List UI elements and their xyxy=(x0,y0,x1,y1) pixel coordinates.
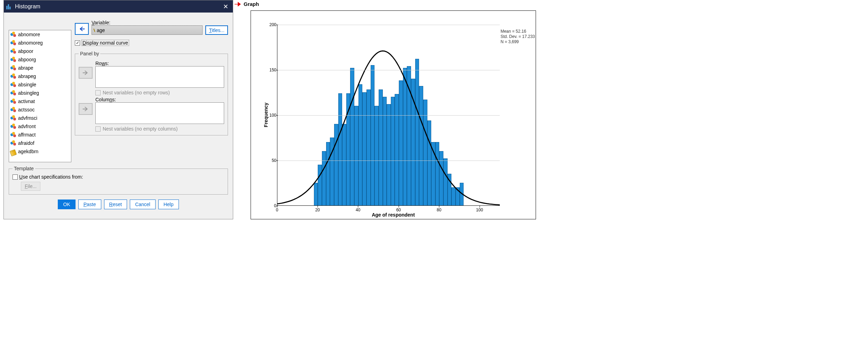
close-icon[interactable]: ✕ xyxy=(218,0,233,13)
x-tick: 80 xyxy=(437,208,441,212)
display-normal-checkbox[interactable] xyxy=(75,40,80,46)
dialog-title: Histogram xyxy=(15,3,40,10)
x-tick: 60 xyxy=(396,208,401,212)
variable-list[interactable]: abnomoreabnomoregabpoorabpoorgabrapeabra… xyxy=(9,30,71,162)
histogram-chart: Mean = 52.16 Std. Dev. = 17.233 N = 3,69… xyxy=(251,10,536,219)
cols-label: Columns: xyxy=(95,97,224,102)
svg-rect-2 xyxy=(9,7,10,9)
panel-by-legend: Panel by xyxy=(79,51,100,56)
nominal-icon xyxy=(10,40,16,46)
list-item[interactable]: afraidof xyxy=(9,139,71,147)
list-item[interactable]: abnomore xyxy=(9,30,71,39)
x-tick: 40 xyxy=(356,208,360,212)
y-tick: 200 xyxy=(269,22,276,27)
list-item[interactable]: absingleg xyxy=(9,89,71,97)
histogram-dialog: Histogram ✕ abnomoreabnomoregabpoorabpoo… xyxy=(3,0,233,219)
variable-label: Variable: xyxy=(92,20,203,25)
stat-n: N = 3,699 xyxy=(500,39,535,45)
nest-rows-label: Nest variables (no empty rows) xyxy=(103,90,170,95)
scale-icon xyxy=(10,149,17,157)
list-item[interactable]: abnomoreg xyxy=(9,39,71,47)
use-chart-spec-checkbox[interactable] xyxy=(13,174,18,180)
list-item[interactable]: abrape xyxy=(9,64,71,72)
variable-field[interactable]: age xyxy=(92,25,203,35)
list-item[interactable]: agekdbrn xyxy=(9,147,71,156)
normal-curve xyxy=(277,51,500,205)
template-fieldset: Template Use chart specifications from: … xyxy=(9,166,228,195)
list-item[interactable]: absingle xyxy=(9,80,71,89)
template-legend: Template xyxy=(13,166,35,171)
graph-label: Graph xyxy=(244,1,259,7)
nominal-icon xyxy=(10,82,16,87)
cols-field[interactable] xyxy=(95,102,224,124)
nominal-icon xyxy=(10,115,16,121)
x-tick: 100 xyxy=(476,208,483,212)
nominal-icon xyxy=(10,140,16,146)
graph-annotation: Graph xyxy=(235,1,259,7)
nominal-icon xyxy=(10,107,16,112)
x-tick: 20 xyxy=(315,208,320,212)
x-tick: 0 xyxy=(276,208,278,212)
svg-rect-1 xyxy=(8,4,9,9)
panel-by-fieldset: Panel by Rows: Nest variables (no empty … xyxy=(75,51,228,135)
stat-mean: Mean = 52.16 xyxy=(500,29,535,34)
move-variable-button[interactable] xyxy=(75,23,89,35)
nest-cols-label: Nest variables (no empty columns) xyxy=(103,126,178,132)
move-cols-button xyxy=(79,103,93,115)
x-axis-label: Age of respondent xyxy=(372,212,415,218)
nominal-icon xyxy=(10,90,16,96)
variable-value: age xyxy=(97,28,105,33)
reset-button[interactable]: Reset xyxy=(104,200,127,209)
list-item[interactable]: actssoc xyxy=(9,105,71,114)
list-item[interactable]: abpoor xyxy=(9,47,71,55)
list-item[interactable]: affrmact xyxy=(9,131,71,139)
nominal-icon xyxy=(10,57,16,62)
nominal-icon xyxy=(10,48,16,54)
y-tick: 100 xyxy=(269,113,276,118)
nominal-icon xyxy=(10,132,16,138)
list-item[interactable]: abpoorg xyxy=(9,55,71,64)
rows-field[interactable] xyxy=(95,66,224,88)
app-icon xyxy=(6,3,12,10)
scale-icon xyxy=(93,28,95,32)
nest-cols-checkbox xyxy=(95,126,101,132)
y-axis-label: Frequency xyxy=(263,103,269,127)
nominal-icon xyxy=(10,124,16,129)
nest-rows-checkbox xyxy=(95,90,101,95)
nominal-icon xyxy=(10,73,16,79)
file-button: File... xyxy=(21,182,40,191)
use-chart-spec-label: Use chart specifications from: xyxy=(19,174,83,180)
cancel-button[interactable]: Cancel xyxy=(130,200,156,209)
ok-button[interactable]: OK xyxy=(58,200,75,209)
move-rows-button xyxy=(79,67,93,79)
titles-button[interactable]: Titles... xyxy=(205,25,228,35)
titlebar: Histogram ✕ xyxy=(4,0,233,13)
stat-sd: Std. Dev. = 17.233 xyxy=(500,34,535,39)
list-item[interactable]: abrapeg xyxy=(9,72,71,80)
list-item[interactable]: advfmsci xyxy=(9,114,71,122)
paste-button[interactable]: Paste xyxy=(78,200,101,209)
display-normal-label: Display normal curve xyxy=(81,40,129,46)
y-tick: 50 xyxy=(272,158,276,163)
nominal-icon xyxy=(10,32,16,37)
svg-rect-0 xyxy=(6,6,7,9)
y-tick: 150 xyxy=(269,68,276,72)
chart-stats: Mean = 52.16 Std. Dev. = 17.233 N = 3,69… xyxy=(500,29,535,45)
arrow-right-icon xyxy=(235,2,242,7)
list-item[interactable]: activnat xyxy=(9,97,71,105)
rows-label: Rows: xyxy=(95,61,224,66)
help-button[interactable]: Help xyxy=(158,200,179,209)
list-item[interactable]: advfront xyxy=(9,122,71,131)
nominal-icon xyxy=(10,65,16,71)
nominal-icon xyxy=(10,99,16,104)
